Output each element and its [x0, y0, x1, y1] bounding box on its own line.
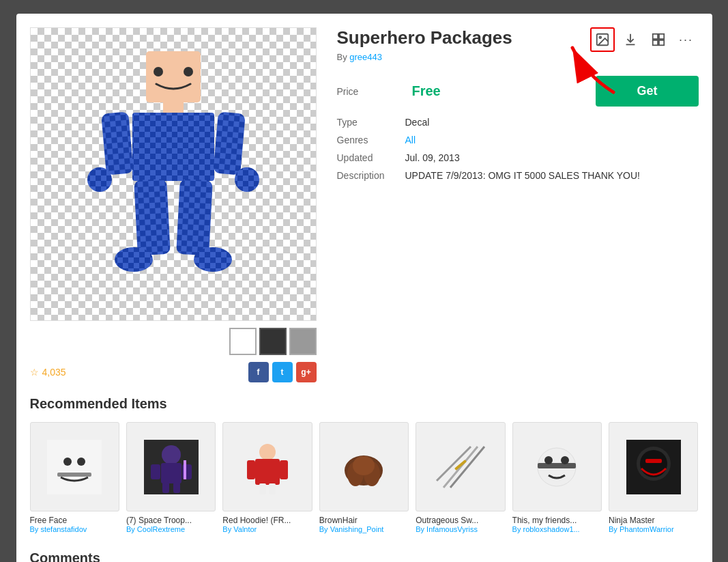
rec-by-0: By stefanstafidov	[30, 525, 119, 533]
thumbnail-black[interactable]	[259, 328, 287, 355]
get-button[interactable]: Get	[596, 76, 698, 107]
svg-point-10	[87, 167, 112, 192]
rec-item-3[interactable]: BrownHair By Vanishing_Point	[319, 422, 409, 533]
more-icon: ···	[679, 33, 693, 47]
author-link[interactable]: gree443	[349, 52, 382, 62]
rec-image-1	[144, 440, 199, 494]
svg-rect-7	[132, 113, 214, 181]
twitter-icon: t	[281, 367, 284, 377]
star-rating[interactable]: ☆ 4,035	[30, 367, 66, 378]
rec-by-4: By InfamousVyriss	[416, 525, 505, 533]
svg-rect-19	[658, 34, 663, 39]
character-svg	[85, 44, 262, 304]
svg-rect-0	[146, 51, 201, 102]
more-options-button[interactable]: ···	[674, 27, 699, 52]
description-row: Description UPDATE 7/9/2013: OMG IT 5000…	[337, 170, 699, 181]
svg-rect-3	[163, 100, 184, 114]
rec-item-6[interactable]: Ninja Master By PhantomWarrior	[609, 422, 698, 533]
rec-thumb-2	[222, 422, 312, 511]
svg-point-56	[561, 456, 569, 464]
svg-point-36	[259, 444, 276, 460]
rec-item-2[interactable]: Red Hoodie! (FR... By Valntor	[222, 422, 312, 533]
rec-by-5: By robloxshadow1...	[512, 525, 602, 533]
svg-rect-30	[151, 464, 160, 479]
svg-rect-26	[57, 473, 91, 477]
rec-by-2: By Valntor	[222, 525, 312, 533]
svg-rect-33	[173, 482, 180, 493]
rec-name-3: BrownHair	[319, 516, 409, 525]
description-label: Description	[337, 170, 405, 181]
rec-by-3: By Vanishing_Point	[319, 525, 409, 533]
rec-image-3	[336, 440, 391, 494]
facebook-button[interactable]: f	[248, 362, 269, 382]
recommended-grid: Free Face By stefanstafidov	[30, 422, 699, 533]
svg-point-11	[235, 167, 259, 192]
googleplus-button[interactable]: g+	[296, 362, 317, 382]
twitter-button[interactable]: t	[272, 362, 293, 382]
price-label: Price	[337, 86, 398, 97]
top-section: ☆ 4,035 f t g+	[30, 27, 699, 382]
rating-row: ☆ 4,035 f t g+	[30, 362, 317, 382]
svg-rect-40	[259, 483, 266, 494]
type-row: Type Decal	[337, 117, 699, 128]
rec-item-5[interactable]: This, my friends... By robloxshadow1...	[512, 422, 602, 533]
main-card: ☆ 4,035 f t g+	[16, 14, 712, 562]
genres-link[interactable]: All	[405, 135, 416, 145]
svg-rect-21	[658, 40, 663, 45]
toolbar-icons: ···	[590, 27, 699, 52]
rec-item-4[interactable]: Outrageous Sw... By InfamousVyriss	[416, 422, 505, 533]
svg-point-14	[115, 247, 153, 272]
svg-rect-20	[652, 40, 657, 45]
rec-name-0: Free Face	[30, 516, 119, 525]
updated-row: Updated Jul. 09, 2013	[337, 152, 699, 163]
svg-rect-37	[255, 459, 280, 485]
rec-item-0[interactable]: Free Face By stefanstafidov	[30, 422, 119, 533]
layout-button[interactable]	[646, 27, 671, 52]
image-icon	[595, 32, 610, 47]
svg-point-46	[353, 456, 375, 475]
facebook-icon: f	[257, 367, 260, 377]
updated-value: Jul. 09, 2013	[405, 152, 460, 163]
svg-point-15	[194, 247, 232, 272]
description-value: UPDATE 7/9/2013: OMG IT 5000 SALES THANK…	[405, 170, 640, 181]
thumbnail-strip	[30, 328, 317, 355]
rec-thumb-3	[319, 422, 409, 511]
download-icon	[623, 32, 638, 47]
layout-icon	[651, 32, 666, 47]
googleplus-icon: g+	[301, 367, 310, 377]
svg-point-28	[162, 445, 181, 464]
svg-rect-29	[161, 463, 181, 483]
rec-thumb-4	[416, 422, 505, 511]
genres-value: All	[405, 135, 416, 145]
thumbnail-white[interactable]	[229, 328, 257, 355]
svg-point-2	[184, 67, 193, 76]
rec-image-2	[240, 440, 295, 494]
svg-rect-41	[269, 483, 276, 494]
updated-label: Updated	[337, 152, 405, 163]
price-get-row: Price Free Get	[337, 76, 699, 107]
svg-rect-32	[162, 482, 169, 493]
type-label: Type	[337, 117, 405, 128]
svg-rect-54	[538, 463, 576, 468]
rec-name-1: (7) Space Troop...	[126, 516, 216, 525]
rec-thumb-6	[609, 422, 698, 511]
svg-rect-60	[645, 459, 662, 463]
svg-rect-34	[184, 460, 186, 479]
svg-point-25	[77, 458, 85, 466]
rec-item-1[interactable]: (7) Space Troop... By CoolRextreme	[126, 422, 216, 533]
svg-rect-9	[213, 111, 246, 175]
rec-image-6	[626, 440, 681, 494]
comments-title: Comments	[30, 550, 699, 562]
rec-thumb-5	[512, 422, 602, 511]
rating-count: 4,035	[42, 367, 66, 378]
svg-point-59	[640, 450, 667, 477]
thumbnail-grey[interactable]	[289, 328, 317, 355]
rec-image-4	[433, 440, 488, 494]
by-line: By gree443	[337, 52, 699, 62]
rec-image-5	[529, 440, 584, 494]
comments-section: Comments	[30, 550, 699, 562]
download-button[interactable]	[618, 27, 643, 52]
image-view-button[interactable]	[590, 27, 615, 52]
svg-rect-12	[134, 179, 171, 255]
rec-by-1: By CoolRextreme	[126, 525, 216, 533]
